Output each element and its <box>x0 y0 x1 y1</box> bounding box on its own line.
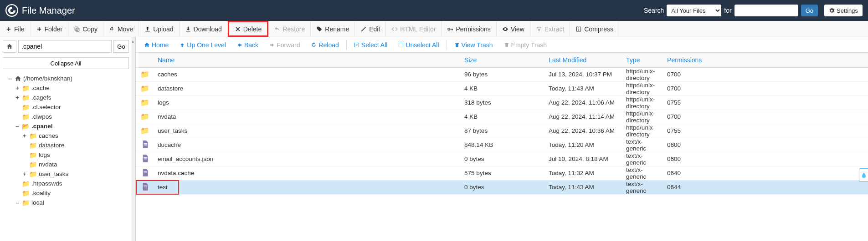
tree-label: .cagefs <box>31 94 51 101</box>
file-perms: 0644 <box>663 180 868 194</box>
toolbar-download-button[interactable]: Download <box>180 21 228 37</box>
tree-toggle[interactable]: – <box>7 75 13 82</box>
search-go-button[interactable]: Go <box>801 5 818 16</box>
tree-toggle[interactable]: – <box>15 123 20 130</box>
column-header-size[interactable]: Size <box>461 53 545 67</box>
collapse-all-button[interactable]: Collapse All <box>3 57 129 69</box>
tree-toggle[interactable]: + <box>15 85 20 91</box>
tree-label: (/home/bknskhan) <box>23 75 72 82</box>
tree-label: datastore <box>39 142 64 149</box>
table-row[interactable]: 📁datastore4 KBToday, 11:43 AMhttpd/unix-… <box>136 81 868 95</box>
toolbar-upload-button[interactable]: Upload <box>139 21 179 37</box>
support-tab[interactable] <box>859 168 868 182</box>
tree-toggle[interactable]: – <box>15 199 20 206</box>
path-go-button[interactable]: Go <box>113 40 129 53</box>
column-header-permissions[interactable]: Permissions <box>663 53 868 67</box>
toolbar-file-button[interactable]: File <box>0 21 31 37</box>
table-row[interactable]: test0 bytesToday, 11:43 AMtext/x-generic… <box>136 180 868 194</box>
tree-node[interactable]: –📂.cpanel <box>2 121 130 131</box>
column-header-type[interactable]: Type <box>622 53 663 67</box>
toolbar-view-button[interactable]: View <box>497 21 530 37</box>
tree-node[interactable]: 📁.clwpos <box>2 112 130 121</box>
toolbar-rename-button[interactable]: Rename <box>311 21 355 37</box>
unselect-all-button[interactable]: Unselect All <box>394 37 443 52</box>
folder-icon: 📁 <box>22 94 30 101</box>
file-size: 575 bytes <box>461 166 545 180</box>
column-header-last-modified[interactable]: Last Modified <box>545 53 622 67</box>
view-trash-button[interactable]: View Trash <box>450 37 498 52</box>
toolbar-permissions-button[interactable]: Permissions <box>442 21 496 37</box>
table-row[interactable]: nvdata.cache575 bytesToday, 11:32 AMtext… <box>136 166 868 180</box>
file-size: 0 bytes <box>461 180 545 194</box>
action-bar: Home Up One Level Back Forward Reload Se… <box>136 37 868 53</box>
file-modified: Today, 11:32 AM <box>545 166 622 180</box>
toolbar-copy-button[interactable]: Copy <box>68 21 103 37</box>
tree-node[interactable]: 📁.cl.selector <box>2 102 130 112</box>
file-modified: Jul 13, 2024, 10:37 PM <box>545 67 622 81</box>
nav-home-button[interactable]: Home <box>139 37 173 52</box>
file-modified: Today, 11:20 AM <box>545 138 622 152</box>
tree-node[interactable]: +📁.cache <box>2 83 130 93</box>
column-header-name[interactable]: Name <box>154 53 461 67</box>
tree-node[interactable]: 📁.koality <box>2 188 130 198</box>
toolbar-edit-button[interactable]: Edit <box>355 21 386 37</box>
tree-node[interactable]: 📁datastore <box>2 141 130 150</box>
extract-icon <box>536 26 542 32</box>
content-area: Home Up One Level Back Forward Reload Se… <box>136 37 868 241</box>
reload-icon <box>311 42 317 48</box>
download-icon <box>185 26 191 32</box>
search-label: Search <box>644 7 664 14</box>
nav-back-button[interactable]: Back <box>232 37 263 52</box>
table-row[interactable]: email_accounts.json0 bytesJul 10, 2024, … <box>136 152 868 166</box>
folder-icon: 📁 <box>140 113 149 120</box>
home-path-button[interactable] <box>3 40 16 53</box>
trash-icon <box>454 42 460 48</box>
tree-node[interactable]: 📁logs <box>2 150 130 160</box>
toolbar-compress-button[interactable]: Compress <box>570 21 619 37</box>
table-row[interactable]: 📁user_tasks87 bytesAug 22, 2024, 10:36 A… <box>136 124 868 138</box>
tree-label: .cl.selector <box>31 104 61 110</box>
tree-toggle[interactable]: + <box>22 132 27 139</box>
home-icon <box>15 75 21 82</box>
file-icon <box>142 142 149 150</box>
table-row[interactable]: 📁logs318 bytesAug 22, 2024, 11:06 AMhttp… <box>136 95 868 110</box>
file-type: httpd/unix-directory <box>622 110 663 124</box>
file-type: httpd/unix-directory <box>622 67 663 81</box>
toolbar-restore-button: Restore <box>268 21 311 37</box>
svg-rect-1 <box>75 27 78 30</box>
tree-label: .koality <box>31 190 51 196</box>
tree-toggle[interactable]: + <box>15 94 20 101</box>
file-name: logs <box>154 95 461 110</box>
tree-label: user_tasks <box>39 171 68 177</box>
search-scope-select[interactable]: All Your Files <box>667 5 721 16</box>
toolbar-delete-button[interactable]: Delete <box>228 21 268 37</box>
tree-node[interactable]: 📁.htpasswds <box>2 179 130 188</box>
toolbar-move-button[interactable]: Move <box>103 21 139 37</box>
tree-node[interactable]: +📁.cagefs <box>2 93 130 102</box>
for-label: for <box>724 7 731 14</box>
tree-toggle[interactable]: + <box>22 171 27 177</box>
path-input[interactable] <box>18 40 112 53</box>
file-type: httpd/unix-directory <box>622 124 663 138</box>
tree-node[interactable]: –(/home/bknskhan) <box>2 74 130 83</box>
nav-reload-button[interactable]: Reload <box>306 37 343 52</box>
nav-up-button[interactable]: Up One Level <box>175 37 231 52</box>
select-all-button[interactable]: Select All <box>349 37 392 52</box>
toolbar-folder-button[interactable]: Folder <box>31 21 69 37</box>
table-row[interactable]: ducache848.14 KBToday, 11:20 AMtext/x-ge… <box>136 138 868 152</box>
tree-node[interactable]: 📁nvdata <box>2 160 130 169</box>
tree-node[interactable]: +📁user_tasks <box>2 169 130 179</box>
splitter-handle[interactable] <box>132 37 136 241</box>
file-modified: Today, 11:43 AM <box>545 81 622 95</box>
search-input[interactable] <box>734 5 798 16</box>
settings-button[interactable]: Settings <box>824 5 863 16</box>
table-row[interactable]: 📁caches96 bytesJul 13, 2024, 10:37 PMhtt… <box>136 67 868 81</box>
tree-label: local <box>31 199 44 206</box>
tree-node[interactable]: –📁local <box>2 198 130 207</box>
folder-icon: 📁 <box>22 190 30 197</box>
tree-node[interactable]: +📁caches <box>2 131 130 141</box>
tree-label: .cpanel <box>31 123 53 130</box>
file-table: NameSizeLast ModifiedTypePermissions 📁ca… <box>136 53 868 195</box>
cpanel-logo-icon <box>5 4 18 17</box>
table-row[interactable]: 📁nvdata4 KBAug 22, 2024, 11:14 AMhttpd/u… <box>136 110 868 124</box>
